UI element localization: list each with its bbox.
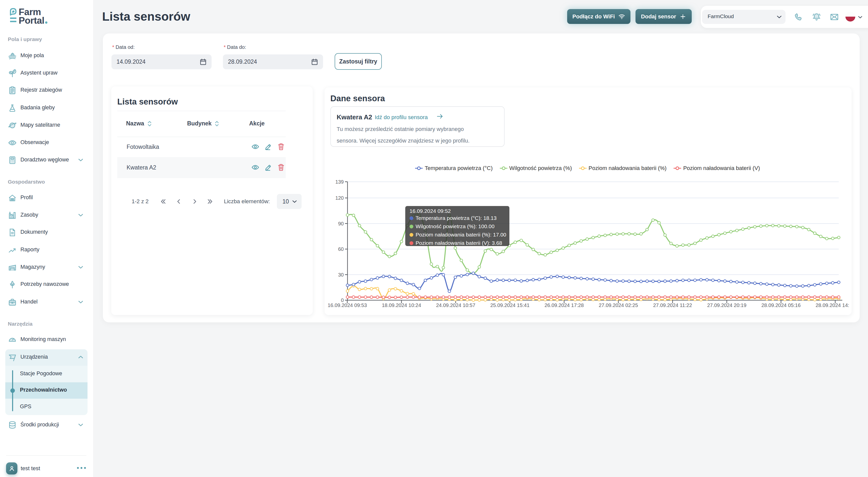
svg-text:16.09.2024 09:53: 16.09.2024 09:53 — [328, 303, 367, 308]
svg-text:90: 90 — [338, 221, 344, 227]
svg-text:27.09.2024 11:22: 27.09.2024 11:22 — [653, 303, 692, 308]
svg-text:25.09.2024 15:41: 25.09.2024 15:41 — [490, 303, 530, 308]
svg-text:30: 30 — [338, 272, 344, 277]
svg-text:18.09.2024 10:24: 18.09.2024 10:24 — [382, 303, 421, 308]
svg-text:27.09.2024 02:25: 27.09.2024 02:25 — [599, 303, 638, 308]
svg-text:0: 0 — [341, 298, 344, 303]
svg-text:60: 60 — [338, 246, 344, 252]
svg-text:139: 139 — [335, 179, 344, 184]
svg-text:27.09.2024 20:19: 27.09.2024 20:19 — [707, 303, 746, 308]
svg-text:120: 120 — [335, 195, 344, 201]
svg-text:24.09.2024 10:57: 24.09.2024 10:57 — [436, 303, 475, 308]
svg-text:28.09.2024 14:26: 28.09.2024 14:26 — [815, 303, 849, 308]
svg-text:28.09.2024 05:16: 28.09.2024 05:16 — [761, 303, 801, 308]
svg-text:26.09.2024 17:28: 26.09.2024 17:28 — [545, 303, 584, 308]
